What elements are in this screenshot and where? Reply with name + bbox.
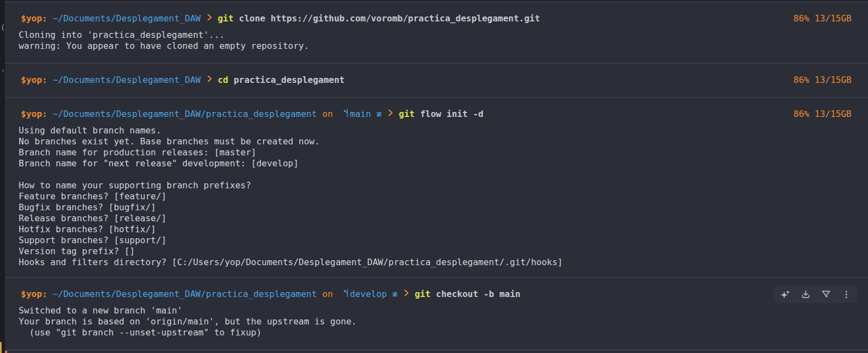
branch-dirty-indicator: ≢ <box>377 109 382 120</box>
prompt-row[interactable]: $yop: ~/Documents/Desplegament_DAW cd pr… <box>5 75 868 86</box>
next-block-edge <box>5 350 868 353</box>
prompt-chevron-icon <box>207 13 212 24</box>
prompt-right-area: 86% 13/15GB <box>793 109 852 120</box>
output-line: No branches exist yet. Base branches mus… <box>19 136 868 147</box>
block-output: Cloning into 'practica_desplegament'...w… <box>5 30 868 52</box>
command-args: flow init -d <box>420 109 484 120</box>
git-branch-segment: on develop ≢ <box>317 289 398 300</box>
prompt-path: ~/Documents/Desplegament_DAW/practica_de… <box>53 289 317 300</box>
output-line: warning: You appear to have cloned an em… <box>19 41 868 52</box>
prompt-chevron-icon <box>207 75 212 86</box>
command-name: git <box>415 289 430 300</box>
output-line: Version tag prefix? [] <box>19 246 868 257</box>
output-line: Branch name for "next release" developme… <box>19 158 868 169</box>
block-output: Using default branch names.No branches e… <box>5 125 868 268</box>
git-branch-segment: on main ≢ <box>317 109 382 120</box>
blocks: $yop: ~/Documents/Desplegament_DAW git c… <box>5 2 868 350</box>
system-status-text: 86% 13/15GB <box>793 109 852 120</box>
terminal-block[interactable]: $yop: ~/Documents/Desplegament_DAW/pract… <box>5 277 868 350</box>
prompt-user: $yop: <box>21 289 47 300</box>
command-args: checkout -b main <box>436 289 520 300</box>
prompt-user: $yop: <box>21 13 47 24</box>
prompt-user: $yop: <box>21 75 47 86</box>
prompt-row[interactable]: $yop: ~/Documents/Desplegament_DAW/pract… <box>5 109 868 120</box>
output-line: Cloning into 'practica_desplegament'... <box>19 30 868 41</box>
prompt-branch-name: develop <box>350 289 387 300</box>
output-line: Support branches? [support/] <box>19 235 868 246</box>
more-options-button[interactable] <box>841 289 852 300</box>
background-accent-sliver <box>0 342 2 353</box>
block-output: Switched to a new branch 'main'Your bran… <box>5 305 868 338</box>
output-line <box>19 169 868 180</box>
prompt-on-word: on <box>322 109 333 120</box>
command-name: git <box>218 13 234 24</box>
output-line: (use "git branch --unset-upstream" to fi… <box>19 327 868 338</box>
prompt-row[interactable]: $yop: ~/Documents/Desplegament_DAW git c… <box>5 13 868 24</box>
system-status-text: 86% 13/15GB <box>793 75 852 86</box>
terminal-block[interactable]: $yop: ~/Documents/Desplegament_DAW git c… <box>5 2 868 63</box>
prompt-on-word: on <box>322 289 333 300</box>
block-toolbar <box>774 285 857 303</box>
background-window-edge: ( › <box>0 0 5 353</box>
system-status-text: 86% 13/15GB <box>793 13 852 24</box>
output-line: Hooks and filters directory? [C:/Users/y… <box>19 257 868 268</box>
terminal-block[interactable]: $yop: ~/Documents/Desplegament_DAW/pract… <box>5 97 868 277</box>
output-line: Using default branch names. <box>19 125 868 136</box>
download-icon <box>801 289 811 300</box>
prompt-row[interactable]: $yop: ~/Documents/Desplegament_DAW/pract… <box>5 289 868 300</box>
filter-button[interactable] <box>820 289 831 300</box>
prompt-user: $yop: <box>21 109 47 120</box>
prompt-path: ~/Documents/Desplegament_DAW/practica_de… <box>53 109 317 120</box>
terminal-window: $yop: ~/Documents/Desplegament_DAW git c… <box>5 0 868 353</box>
command-args: practica_desplegament <box>234 75 344 86</box>
output-line: Branch name for production releases: [ma… <box>19 147 868 158</box>
command-name: git <box>399 109 415 120</box>
background-text-fragment: › <box>1 65 5 76</box>
prompt-chevron-icon <box>404 289 409 300</box>
prompt-path: ~/Documents/Desplegament_DAW <box>53 75 201 86</box>
output-line: Release branches? [release/] <box>19 213 868 224</box>
prompt-chevron-icon <box>388 109 393 120</box>
filter-icon <box>821 289 831 300</box>
branch-dirty-indicator: ≢ <box>393 289 398 300</box>
command-args: clone https://github.com/voromb/practica… <box>239 13 540 24</box>
background-text-fragment: ( <box>1 22 5 33</box>
output-line: Hotfix branches? [hotfix/] <box>19 224 868 235</box>
prompt-right-area <box>774 285 852 303</box>
error-indicator <box>5 351 7 353</box>
output-line: Switched to a new branch 'main' <box>19 305 868 316</box>
download-button[interactable] <box>800 289 811 300</box>
command-name: cd <box>218 75 228 86</box>
prompt-path: ~/Documents/Desplegament_DAW <box>53 13 201 24</box>
ai-explain-button[interactable] <box>780 289 791 300</box>
output-line: Feature branches? [feature/] <box>19 191 868 202</box>
git-branch-icon <box>343 109 349 120</box>
kebab-menu-icon <box>841 289 852 300</box>
sparkles-icon <box>780 289 791 300</box>
prompt-right-area: 86% 13/15GB <box>793 75 852 86</box>
output-line: Your branch is based on 'origin/main', b… <box>19 316 868 327</box>
prompt-branch-name: main <box>350 109 371 120</box>
git-branch-icon <box>343 289 349 300</box>
terminal-block[interactable]: $yop: ~/Documents/Desplegament_DAW cd pr… <box>5 63 868 97</box>
prompt-right-area: 86% 13/15GB <box>793 13 852 24</box>
output-line: How to name your supporting branch prefi… <box>19 180 868 191</box>
output-line: Bugfix branches? [bugfix/] <box>19 202 868 213</box>
